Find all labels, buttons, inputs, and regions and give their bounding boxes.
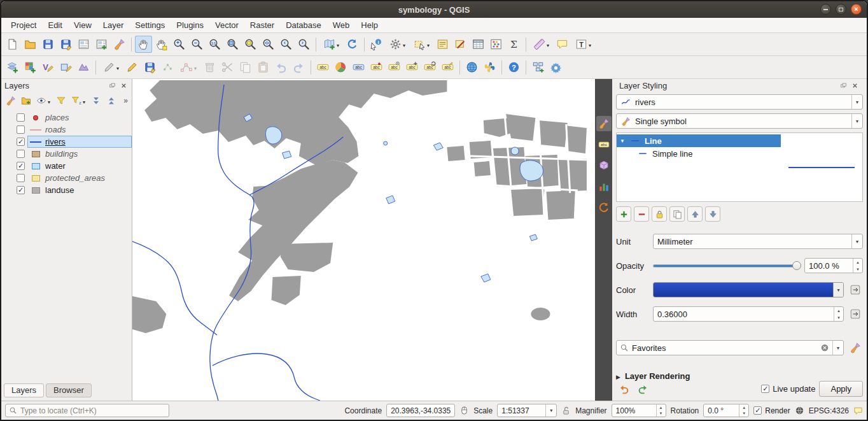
minimize-button[interactable] bbox=[820, 4, 831, 15]
new-virtual-layer-icon[interactable] bbox=[75, 59, 92, 76]
labels-tab-icon[interactable]: abc bbox=[596, 137, 612, 152]
vertex-tool-icon[interactable] bbox=[177, 59, 200, 76]
move-label-icon[interactable]: abc bbox=[403, 59, 421, 76]
select-features-icon[interactable] bbox=[410, 36, 433, 53]
delete-selected-icon[interactable] bbox=[201, 59, 218, 76]
layer-visibility-checkbox[interactable] bbox=[17, 162, 25, 170]
expander-icon[interactable] bbox=[619, 138, 626, 144]
copy-features-icon[interactable] bbox=[237, 59, 254, 76]
new-map-view-icon[interactable] bbox=[319, 36, 343, 53]
undo-icon[interactable] bbox=[272, 59, 290, 76]
duplicate-symbol-layer-icon[interactable] bbox=[669, 206, 685, 222]
add-symbol-layer-icon[interactable] bbox=[616, 206, 631, 222]
style-manager-icon[interactable] bbox=[111, 36, 128, 53]
undo-style-icon[interactable] bbox=[616, 382, 631, 397]
render-checkbox[interactable]: Render bbox=[753, 406, 790, 415]
text-annotation-icon[interactable]: T bbox=[571, 36, 595, 53]
layer-rendering-expander[interactable]: Layer Rendering bbox=[616, 371, 863, 381]
statistical-summary-icon[interactable]: Σ bbox=[505, 36, 522, 53]
spin-arrows[interactable] bbox=[853, 259, 862, 273]
menu-layer[interactable]: Layer bbox=[97, 18, 130, 32]
spin-arrows[interactable] bbox=[739, 404, 748, 417]
pan-to-selection-icon[interactable] bbox=[153, 36, 170, 53]
current-edits-icon[interactable] bbox=[99, 59, 123, 76]
toolbar-overflow[interactable]: » bbox=[123, 96, 130, 105]
diagrams-tab-icon[interactable] bbox=[596, 179, 612, 194]
menu-view[interactable]: View bbox=[68, 18, 97, 32]
layer-labeling-icon[interactable]: abc bbox=[314, 59, 332, 76]
open-attribute-table-icon[interactable] bbox=[470, 36, 487, 53]
symbol-type-selector[interactable]: Single symbol bbox=[616, 113, 863, 129]
refresh-map-icon[interactable] bbox=[344, 36, 361, 53]
close-button[interactable] bbox=[851, 4, 862, 15]
favorites-search[interactable]: Favorites bbox=[616, 340, 844, 355]
spin-arrows[interactable] bbox=[656, 404, 666, 417]
opacity-slider[interactable] bbox=[653, 258, 801, 273]
menu-edit[interactable]: Edit bbox=[42, 18, 67, 32]
style-manager-icon[interactable] bbox=[848, 340, 863, 355]
menu-project[interactable]: Project bbox=[5, 18, 42, 32]
float-panel-icon[interactable] bbox=[108, 81, 117, 90]
coordinate-input[interactable]: 20.3963,-34.0335 bbox=[386, 404, 455, 417]
toggle-editing-icon[interactable] bbox=[123, 59, 141, 76]
live-update-checkbox[interactable]: Live update bbox=[761, 384, 815, 394]
title-bar[interactable]: symbology - QGIS bbox=[1, 1, 867, 18]
maximize-button[interactable] bbox=[836, 4, 846, 15]
locate-input[interactable]: Type to locate (Ctrl+K) bbox=[5, 404, 169, 417]
layer-selector[interactable]: rivers bbox=[616, 94, 863, 110]
add-group-icon[interactable] bbox=[18, 94, 33, 108]
history-tab-icon[interactable] bbox=[596, 200, 612, 215]
layer-visibility-checkbox[interactable] bbox=[17, 125, 25, 134]
symbol-tree-item-simple-line[interactable]: Simple line bbox=[617, 147, 781, 160]
zoom-in-icon[interactable]: + bbox=[171, 36, 188, 53]
open-project-icon[interactable] bbox=[22, 36, 39, 53]
manage-map-themes-icon[interactable] bbox=[34, 94, 53, 108]
field-calculator-icon[interactable] bbox=[487, 36, 505, 53]
lock-scale-icon[interactable] bbox=[561, 406, 571, 415]
filter-legend-icon[interactable] bbox=[53, 94, 68, 108]
panel-tab-browser[interactable]: Browser bbox=[46, 383, 92, 397]
close-panel-icon[interactable] bbox=[850, 81, 860, 90]
layer-visibility-checkbox[interactable] bbox=[17, 138, 25, 146]
paste-features-icon[interactable] bbox=[255, 59, 272, 76]
identify-features-icon[interactable]: i bbox=[368, 36, 385, 53]
zoom-out-icon[interactable]: − bbox=[188, 36, 206, 53]
open-data-source-manager-icon[interactable] bbox=[4, 59, 21, 76]
help-contents-icon[interactable]: ? bbox=[505, 59, 522, 76]
messages-icon[interactable] bbox=[853, 406, 863, 415]
layer-diagrams-icon[interactable] bbox=[332, 59, 349, 76]
layer-visibility-checkbox[interactable] bbox=[17, 150, 25, 158]
pan-map-icon[interactable] bbox=[135, 36, 152, 53]
unit-selector[interactable]: Millimeter bbox=[653, 234, 863, 249]
clear-search-icon[interactable] bbox=[820, 343, 829, 352]
zoom-to-selection-icon[interactable] bbox=[242, 36, 259, 53]
measure-icon[interactable] bbox=[529, 36, 553, 53]
coordinate-extent-icon[interactable] bbox=[459, 406, 469, 415]
remove-symbol-layer-icon[interactable] bbox=[634, 206, 649, 222]
redo-icon[interactable] bbox=[290, 59, 307, 76]
save-project-as-icon[interactable] bbox=[57, 36, 74, 53]
cut-features-icon[interactable] bbox=[219, 59, 236, 76]
zoom-to-layer-icon[interactable] bbox=[260, 36, 277, 53]
color-data-defined-icon[interactable] bbox=[848, 282, 863, 297]
apply-button[interactable]: Apply bbox=[819, 381, 863, 397]
move-symbol-layer-up-icon[interactable] bbox=[687, 206, 703, 222]
collapse-all-icon[interactable] bbox=[104, 94, 118, 108]
new-project-icon[interactable] bbox=[4, 36, 21, 53]
menu-plugins[interactable]: Plugins bbox=[171, 18, 209, 32]
magnifier-spinbox[interactable]: 100% bbox=[612, 404, 666, 417]
view-3d-tab-icon[interactable] bbox=[596, 158, 612, 173]
menu-raster[interactable]: Raster bbox=[244, 18, 280, 32]
layer-visibility-checkbox[interactable] bbox=[17, 113, 25, 122]
add-raster-layer-icon[interactable] bbox=[22, 59, 39, 76]
layer-item-water[interactable]: water bbox=[27, 160, 132, 172]
redo-style-icon[interactable] bbox=[635, 382, 650, 397]
width-spinbox[interactable]: 0.36000 bbox=[653, 306, 844, 322]
metasearch-icon[interactable] bbox=[463, 59, 480, 76]
deselect-features-icon[interactable] bbox=[452, 36, 469, 53]
layer-item-rivers[interactable]: rivers bbox=[27, 136, 132, 148]
zoom-full-icon[interactable] bbox=[224, 36, 241, 53]
symbology-tab-icon[interactable] bbox=[596, 116, 612, 131]
zoom-native-icon[interactable]: 1:1 bbox=[206, 36, 223, 53]
panel-tab-layers[interactable]: Layers bbox=[4, 383, 44, 397]
